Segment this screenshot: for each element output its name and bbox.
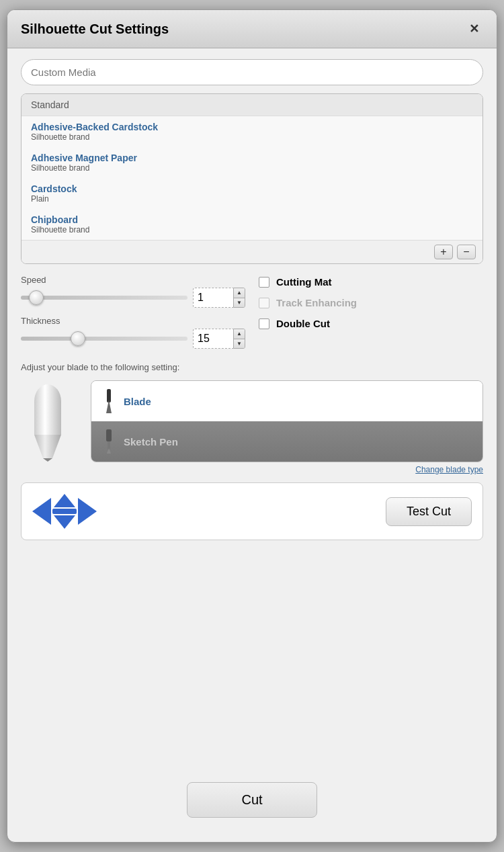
- list-item[interactable]: Chipboard Silhouette brand: [22, 209, 482, 240]
- track-enhancing-checkbox[interactable]: [259, 298, 269, 308]
- svg-marker-8: [107, 448, 111, 454]
- speed-group: Speed ▲ ▼: [21, 275, 245, 308]
- blade-tool-svg: [103, 389, 115, 413]
- speed-slider-track[interactable]: [21, 296, 187, 300]
- media-item-sub: Silhouette brand: [31, 225, 473, 235]
- arrow-left-icon: [32, 498, 51, 525]
- list-item[interactable]: Adhesive-Backed Cardstock Silhouette bra…: [22, 116, 482, 147]
- arrow-right-icon: [78, 498, 97, 525]
- arrows-container: [32, 494, 97, 529]
- blade-illustration-svg: [24, 381, 71, 462]
- speed-slider-thumb[interactable]: [29, 290, 44, 305]
- media-item-name: Adhesive Magnet Paper: [31, 153, 473, 163]
- thickness-spinner: ▲ ▼: [233, 329, 245, 349]
- media-item-sub: Silhouette brand: [31, 163, 473, 173]
- cut-button-container: Cut: [21, 769, 483, 831]
- cutting-mat-row: Cutting Mat: [259, 276, 483, 288]
- thickness-decrement-button[interactable]: ▼: [234, 339, 245, 349]
- list-item[interactable]: Adhesive Magnet Paper Silhouette brand: [22, 147, 482, 178]
- cutting-mat-checkbox[interactable]: [259, 277, 269, 288]
- double-cut-checkbox[interactable]: [259, 318, 269, 329]
- media-list: Adhesive-Backed Cardstock Silhouette bra…: [22, 116, 482, 240]
- list-item[interactable]: Cardstock Plain: [22, 178, 482, 209]
- thickness-label: Thickness: [21, 316, 245, 326]
- blade-options: Blade Sketch Pen: [91, 380, 483, 462]
- speed-label: Speed: [21, 275, 245, 285]
- checkboxes-section: Cutting Mat Track Enhancing Double Cut: [259, 275, 483, 329]
- speed-input[interactable]: [193, 288, 233, 308]
- sketch-pen-svg: [103, 429, 115, 454]
- test-cut-section: Test Cut: [21, 482, 483, 540]
- custom-media-input[interactable]: [21, 59, 483, 85]
- svg-rect-1: [34, 401, 61, 435]
- blade-option-sketch-pen[interactable]: Sketch Pen: [91, 421, 482, 462]
- blade-instruction: Adjust your blade to the following setti…: [21, 362, 483, 372]
- list-buttons: + −: [22, 240, 482, 263]
- spacer: [21, 548, 483, 761]
- double-cut-row: Double Cut: [259, 318, 483, 329]
- arrow-up-icon: [54, 494, 75, 507]
- track-enhancing-row: Track Enhancing: [259, 297, 483, 308]
- svg-marker-3: [43, 458, 52, 462]
- arrow-center-group: [52, 494, 77, 529]
- change-blade-link[interactable]: Change blade type: [21, 465, 483, 474]
- media-item-name: Adhesive-Backed Cardstock: [31, 122, 473, 132]
- track-enhancing-label: Track Enhancing: [276, 297, 357, 308]
- double-cut-label: Double Cut: [276, 318, 330, 329]
- navigation-arrows[interactable]: [32, 494, 97, 529]
- arrow-down-icon: [54, 515, 75, 529]
- blade-section-inner: Blade Sketch Pen: [21, 380, 483, 462]
- controls-row: Speed ▲ ▼: [21, 275, 483, 349]
- blade-option-blade[interactable]: Blade: [91, 381, 482, 421]
- speed-spinner: ▲ ▼: [233, 288, 245, 308]
- window-title: Silhouette Cut Settings: [21, 22, 169, 37]
- blade-image: [21, 381, 75, 462]
- remove-media-button[interactable]: −: [457, 245, 476, 259]
- add-media-button[interactable]: +: [434, 245, 453, 259]
- blade-icon: [101, 389, 117, 413]
- blade-option-sketch-pen-label: Sketch Pen: [124, 436, 178, 448]
- thickness-increment-button[interactable]: ▲: [234, 329, 245, 339]
- close-button[interactable]: ✕: [464, 19, 483, 38]
- speed-slider-row: ▲ ▼: [21, 288, 245, 308]
- sliders-section: Speed ▲ ▼: [21, 275, 245, 349]
- sketch-pen-icon: [101, 429, 117, 454]
- title-bar: Silhouette Cut Settings ✕: [7, 10, 497, 48]
- cutting-mat-label: Cutting Mat: [276, 276, 331, 288]
- arrow-center-line: [52, 509, 77, 514]
- speed-increment-button[interactable]: ▲: [234, 288, 245, 298]
- speed-input-box: ▲ ▼: [193, 288, 245, 308]
- thickness-slider-row: ▲ ▼: [21, 329, 245, 349]
- cut-button[interactable]: Cut: [187, 782, 317, 818]
- blade-section: Adjust your blade to the following setti…: [21, 362, 483, 474]
- speed-decrement-button[interactable]: ▼: [234, 298, 245, 308]
- svg-marker-2: [34, 435, 61, 458]
- media-item-sub: Plain: [31, 194, 473, 204]
- content-area: Standard Adhesive-Backed Cardstock Silho…: [7, 48, 497, 842]
- test-cut-button[interactable]: Test Cut: [386, 497, 472, 526]
- thickness-input-box: ▲ ▼: [193, 329, 245, 349]
- media-item-sub: Silhouette brand: [31, 132, 473, 142]
- main-window: Silhouette Cut Settings ✕ Standard Adhes…: [7, 9, 497, 843]
- media-list-container: Standard Adhesive-Backed Cardstock Silho…: [21, 93, 483, 264]
- thickness-group: Thickness ▲ ▼: [21, 316, 245, 349]
- thickness-slider-track[interactable]: [21, 337, 187, 341]
- thickness-input[interactable]: [193, 329, 233, 349]
- thickness-slider-thumb[interactable]: [71, 331, 85, 346]
- media-list-header: Standard: [22, 94, 482, 116]
- blade-option-blade-label: Blade: [124, 396, 151, 407]
- svg-marker-5: [106, 400, 112, 413]
- media-item-name: Cardstock: [31, 183, 473, 194]
- svg-rect-6: [106, 429, 112, 441]
- media-item-name: Chipboard: [31, 214, 473, 225]
